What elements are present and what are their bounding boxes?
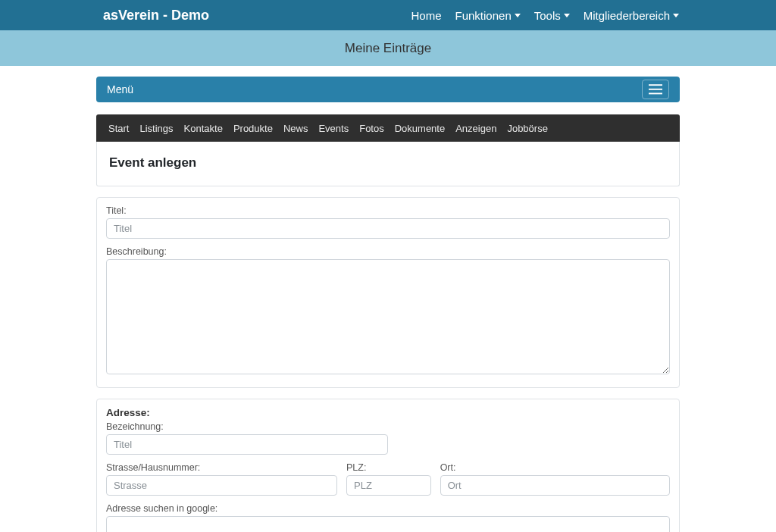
page-title-bar: Meine Einträge bbox=[0, 30, 776, 66]
plz-label: PLZ: bbox=[346, 462, 431, 473]
form-heading-panel: Event anlegen bbox=[96, 142, 680, 186]
form-group-strasse: Strasse/Hausnummer: bbox=[106, 462, 337, 496]
form-group-ort: Ort: bbox=[440, 462, 670, 496]
hamburger-icon bbox=[649, 84, 662, 95]
chevron-down-icon bbox=[515, 14, 521, 17]
subnav-kontakte[interactable]: Kontakte bbox=[184, 123, 223, 134]
form-group-bezeichnung: Bezeichnung: bbox=[106, 421, 388, 455]
nav-mitgliederbereich[interactable]: Mitgliederbereich bbox=[584, 9, 679, 22]
top-nav-links: Home Funktionen Tools Mitgliederbereich bbox=[411, 9, 680, 22]
titel-input[interactable] bbox=[106, 218, 670, 239]
ort-input[interactable] bbox=[440, 475, 670, 496]
nav-funktionen[interactable]: Funktionen bbox=[455, 9, 521, 22]
nav-mitgliederbereich-label: Mitgliederbereich bbox=[584, 9, 670, 22]
sub-nav: Start Listings Kontakte Produkte News Ev… bbox=[96, 114, 680, 142]
svg-rect-0 bbox=[649, 84, 662, 86]
subnav-listings[interactable]: Listings bbox=[139, 123, 173, 134]
subnav-anzeigen[interactable]: Anzeigen bbox=[455, 123, 496, 134]
subnav-events[interactable]: Events bbox=[318, 123, 349, 134]
menu-label: Menü bbox=[107, 83, 133, 95]
chevron-down-icon bbox=[673, 14, 679, 17]
brand-logo[interactable]: asVerein - Demo bbox=[103, 8, 209, 23]
page-title: Meine Einträge bbox=[345, 41, 431, 56]
ort-label: Ort: bbox=[440, 462, 670, 473]
bezeichnung-input[interactable] bbox=[106, 434, 388, 455]
strasse-input[interactable] bbox=[106, 475, 337, 496]
subnav-news[interactable]: News bbox=[283, 123, 308, 134]
form-group-beschreibung: Beschreibung: bbox=[106, 246, 670, 377]
card-adresse: Adresse: Bezeichnung: Strasse/Hausnummer… bbox=[96, 399, 680, 532]
subnav-fotos[interactable]: Fotos bbox=[359, 123, 384, 134]
form-group-adresse-suche: Adresse suchen in google: bbox=[106, 503, 670, 532]
plz-input[interactable] bbox=[346, 475, 431, 496]
nav-tools[interactable]: Tools bbox=[534, 9, 570, 22]
subnav-jobboerse[interactable]: Jobbörse bbox=[507, 123, 547, 134]
subnav-dokumente[interactable]: Dokumente bbox=[395, 123, 445, 134]
svg-rect-2 bbox=[649, 93, 662, 95]
form-heading: Event anlegen bbox=[109, 155, 667, 171]
titel-label: Titel: bbox=[106, 205, 670, 216]
main-container: Menü Start Listings Kontakte Produkte Ne… bbox=[96, 66, 680, 532]
menu-bar: Menü bbox=[96, 77, 680, 102]
form-group-plz: PLZ: bbox=[346, 462, 431, 496]
strasse-label: Strasse/Hausnummer: bbox=[106, 462, 337, 473]
nav-funktionen-label: Funktionen bbox=[455, 9, 512, 22]
subnav-produkte[interactable]: Produkte bbox=[233, 123, 273, 134]
subnav-start[interactable]: Start bbox=[108, 123, 129, 134]
adresse-suche-input[interactable] bbox=[106, 516, 670, 532]
beschreibung-label: Beschreibung: bbox=[106, 246, 670, 257]
beschreibung-textarea[interactable] bbox=[106, 259, 670, 374]
adresse-heading: Adresse: bbox=[106, 407, 670, 418]
adresse-suche-label: Adresse suchen in google: bbox=[106, 503, 670, 514]
bezeichnung-label: Bezeichnung: bbox=[106, 421, 388, 432]
svg-rect-1 bbox=[649, 89, 662, 90]
nav-home[interactable]: Home bbox=[411, 9, 442, 22]
form-group-titel: Titel: bbox=[106, 205, 670, 239]
chevron-down-icon bbox=[564, 14, 570, 17]
card-basic-info: Titel: Beschreibung: bbox=[96, 197, 680, 388]
top-navbar: asVerein - Demo Home Funktionen Tools Mi… bbox=[0, 0, 776, 30]
menu-toggle-button[interactable] bbox=[642, 80, 669, 99]
nav-tools-label: Tools bbox=[534, 9, 561, 22]
adresse-row: Strasse/Hausnummer: PLZ: Ort: bbox=[106, 462, 670, 503]
